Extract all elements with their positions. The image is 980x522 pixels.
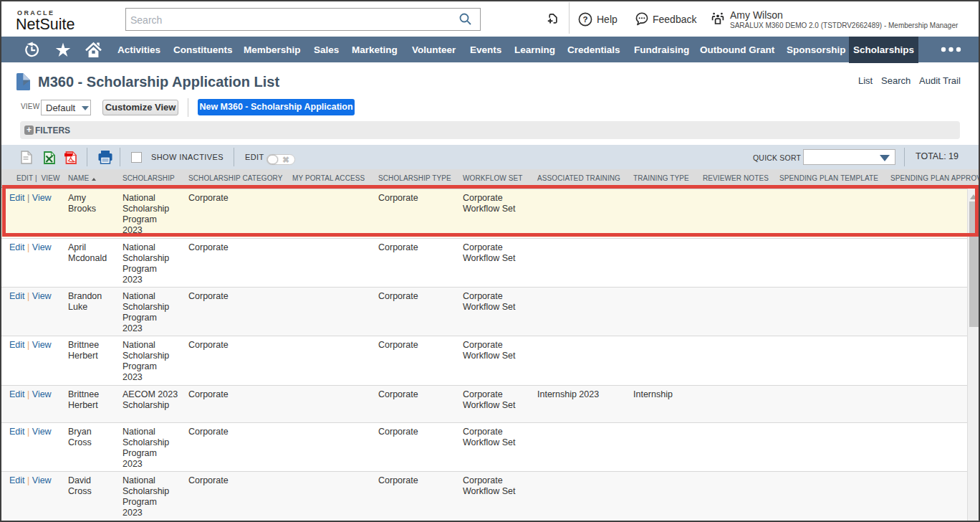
svg-text:?: ?: [582, 15, 587, 24]
